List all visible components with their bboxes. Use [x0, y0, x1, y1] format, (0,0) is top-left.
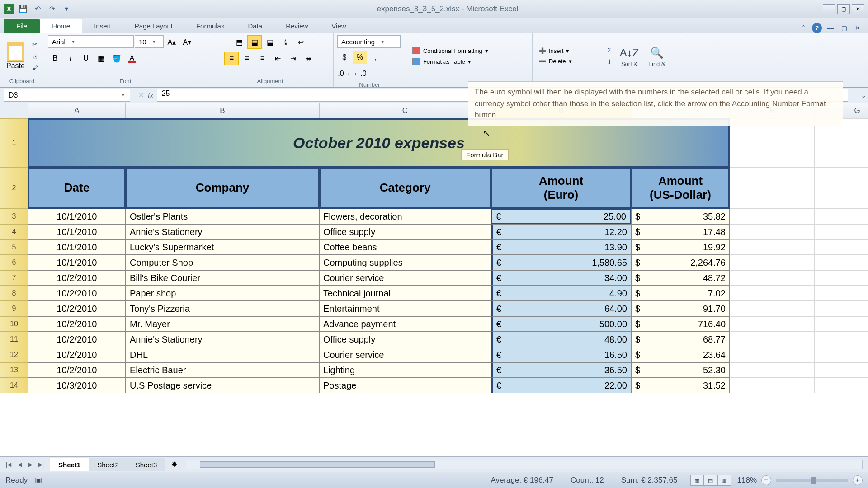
header-category[interactable]: Category [319, 167, 491, 209]
align-bottom-icon[interactable]: ⬓ [263, 35, 277, 49]
cell-euro-14[interactable]: €22.00 [491, 378, 631, 393]
cell-usd-13[interactable]: $52.30 [631, 362, 730, 378]
cell-company-13[interactable]: Electric Bauer [126, 362, 319, 378]
column-header-C[interactable]: C [319, 103, 491, 118]
cell-company-8[interactable]: Paper shop [126, 286, 319, 301]
header-euro[interactable]: Amount(Euro) [491, 167, 631, 209]
increase-indent-icon[interactable]: ⇥ [286, 52, 300, 65]
align-top-icon[interactable]: ⬒ [232, 35, 246, 49]
cell-G5[interactable] [815, 239, 868, 255]
cell-G6[interactable] [815, 255, 868, 270]
insert-cells-button[interactable]: ➕ Insert ▾ [537, 47, 574, 55]
horizontal-scrollbar[interactable] [186, 460, 863, 469]
tab-page-layout[interactable]: Page Layout [123, 19, 184, 33]
cell-date-8[interactable]: 10/2/2010 [28, 286, 126, 301]
cell-company-10[interactable]: Mr. Mayer [126, 316, 319, 332]
tab-data[interactable]: Data [236, 19, 274, 33]
cell-date-4[interactable]: 10/1/2010 [28, 224, 126, 239]
cell-date-13[interactable]: 10/2/2010 [28, 362, 126, 378]
merge-center-button[interactable]: ⬌ [301, 52, 316, 65]
decrease-indent-icon[interactable]: ⇤ [270, 52, 285, 65]
cell-usd-6[interactable]: $2,264.76 [631, 255, 730, 270]
row-header-3[interactable]: 3 [0, 209, 28, 224]
font-size-combo[interactable]: 10 ▼ [135, 35, 164, 48]
cell-usd-7[interactable]: $48.72 [631, 270, 730, 286]
cell-company-4[interactable]: Annie's Stationery [126, 224, 319, 239]
font-name-combo[interactable]: Arial ▼ [48, 35, 134, 48]
cell-company-12[interactable]: DHL [126, 347, 319, 362]
minimize-button[interactable]: — [823, 4, 835, 14]
cell-F2[interactable] [730, 167, 815, 209]
cell-G7[interactable] [815, 270, 868, 286]
cell-F8[interactable] [730, 286, 815, 301]
row-header-10[interactable]: 10 [0, 316, 28, 332]
zoom-in-button[interactable]: + [853, 475, 863, 485]
name-box[interactable]: D3 ▼ [4, 89, 130, 102]
cell-category-4[interactable]: Office supply [319, 224, 491, 239]
tab-view[interactable]: View [320, 19, 358, 33]
cell-company-3[interactable]: Ostler's Plants [126, 209, 319, 224]
cell-category-10[interactable]: Advance payment [319, 316, 491, 332]
cell-category-12[interactable]: Courier service [319, 347, 491, 362]
format-as-table-button[interactable]: Format as Table ▾ [410, 57, 490, 66]
row-header-1[interactable]: 1 [0, 118, 28, 167]
help-icon[interactable]: ? [812, 23, 822, 33]
cell-date-7[interactable]: 10/2/2010 [28, 270, 126, 286]
cell-company-11[interactable]: Annie's Stationery [126, 332, 319, 347]
cell-category-8[interactable]: Technical journal [319, 286, 491, 301]
format-painter-icon[interactable]: 🖌 [29, 63, 40, 73]
cell-usd-3[interactable]: $35.82 [631, 209, 730, 224]
cell-G13[interactable] [815, 362, 868, 378]
align-left-icon[interactable]: ≡ [224, 52, 239, 65]
align-center-icon[interactable]: ≡ [240, 52, 254, 65]
cell-category-11[interactable]: Office supply [319, 332, 491, 347]
tab-home[interactable]: Home [40, 19, 82, 33]
sheet-tab-1[interactable]: Sheet1 [50, 458, 89, 471]
qat-customize-icon[interactable]: ▾ [61, 3, 72, 15]
orientation-icon[interactable]: ⤹ [278, 35, 292, 49]
cell-usd-14[interactable]: $31.52 [631, 378, 730, 393]
workbook-restore-icon[interactable]: ▢ [839, 23, 849, 33]
decrease-font-icon[interactable]: A▾ [180, 35, 194, 49]
cell-G14[interactable] [815, 378, 868, 393]
close-button[interactable]: ✕ [852, 4, 864, 14]
cell-F6[interactable] [730, 255, 815, 270]
wrap-text-button[interactable]: ↩ [293, 35, 308, 49]
sheet-tab-2[interactable]: Sheet2 [89, 458, 127, 471]
row-header-7[interactable]: 7 [0, 270, 28, 286]
cell-company-5[interactable]: Lucky's Supermarket [126, 239, 319, 255]
cell-usd-8[interactable]: $7.02 [631, 286, 730, 301]
new-sheet-icon[interactable]: ✸ [168, 460, 180, 469]
cell-euro-10[interactable]: €500.00 [491, 316, 631, 332]
cell-F14[interactable] [730, 378, 815, 393]
workbook-close-icon[interactable]: ✕ [853, 23, 863, 33]
expand-formula-bar-icon[interactable]: ⌄ [859, 91, 868, 99]
maximize-button[interactable]: ▢ [837, 4, 850, 14]
decrease-decimal-icon[interactable]: ←.0 [353, 67, 367, 80]
cell-euro-8[interactable]: €4.90 [491, 286, 631, 301]
normal-view-icon[interactable]: ▦ [690, 475, 704, 486]
file-tab[interactable]: File [4, 19, 40, 33]
cell-usd-11[interactable]: $68.77 [631, 332, 730, 347]
header-usd[interactable]: Amount(US-Dollar) [631, 167, 730, 209]
row-header-9[interactable]: 9 [0, 301, 28, 316]
cell-F4[interactable] [730, 224, 815, 239]
delete-cells-button[interactable]: ➖ Delete ▾ [537, 57, 574, 66]
cell-F13[interactable] [730, 362, 815, 378]
cell-euro-12[interactable]: €16.50 [491, 347, 631, 362]
page-break-view-icon[interactable]: ▥ [717, 475, 731, 486]
cancel-formula-icon[interactable]: ✕ [138, 91, 144, 99]
zoom-slider[interactable] [776, 479, 848, 482]
excel-logo-icon[interactable]: X [4, 4, 14, 14]
cell-G12[interactable] [815, 347, 868, 362]
scrollbar-thumb[interactable] [200, 461, 435, 468]
fill-icon[interactable]: ⬇ [604, 57, 615, 67]
row-header-4[interactable]: 4 [0, 224, 28, 239]
zoom-thumb[interactable] [811, 477, 816, 484]
row-header-5[interactable]: 5 [0, 239, 28, 255]
cell-date-9[interactable]: 10/2/2010 [28, 301, 126, 316]
cell-G2[interactable] [815, 167, 868, 209]
cell-date-12[interactable]: 10/2/2010 [28, 347, 126, 362]
cell-company-6[interactable]: Computer Shop [126, 255, 319, 270]
cell-euro-6[interactable]: €1,580.65 [491, 255, 631, 270]
